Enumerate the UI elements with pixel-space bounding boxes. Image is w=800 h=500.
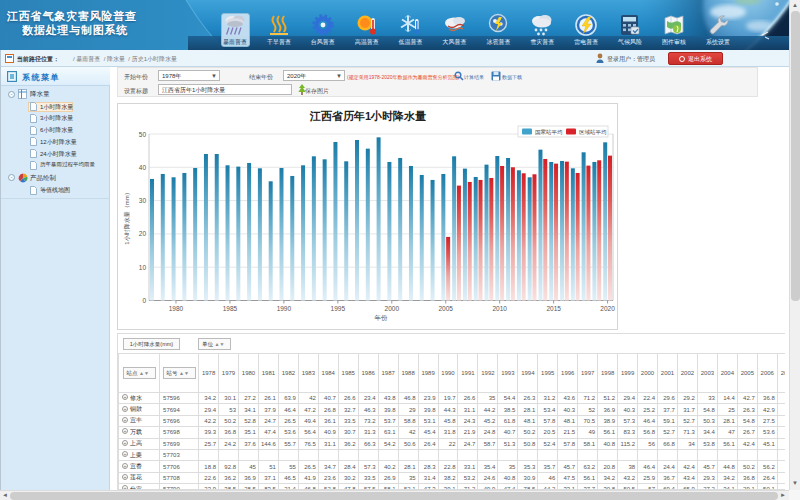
svg-text:2000: 2000 xyxy=(385,305,400,312)
svg-text:年份: 年份 xyxy=(375,314,389,322)
svg-text:50: 50 xyxy=(139,131,147,138)
svg-text:1小时降水量（mm）: 1小时降水量（mm） xyxy=(123,189,131,244)
svg-text:20: 20 xyxy=(139,230,147,237)
svg-text:区域站平均: 区域站平均 xyxy=(579,129,607,135)
svg-text:10: 10 xyxy=(139,264,147,271)
svg-text:2020: 2020 xyxy=(600,305,615,312)
svg-text:2015: 2015 xyxy=(546,305,561,312)
svg-text:30: 30 xyxy=(139,197,147,204)
svg-text:江西省历年1小时降水量: 江西省历年1小时降水量 xyxy=(309,110,426,122)
svg-text:国家站平均: 国家站平均 xyxy=(535,129,563,136)
svg-text:2005: 2005 xyxy=(439,305,454,312)
svg-text:1980: 1980 xyxy=(169,305,184,312)
svg-text:1990: 1990 xyxy=(277,305,292,312)
svg-text:1995: 1995 xyxy=(331,305,346,312)
svg-text:1985: 1985 xyxy=(223,305,238,312)
svg-text:2010: 2010 xyxy=(492,305,507,312)
svg-text:0: 0 xyxy=(142,297,146,304)
svg-text:40: 40 xyxy=(139,164,147,171)
